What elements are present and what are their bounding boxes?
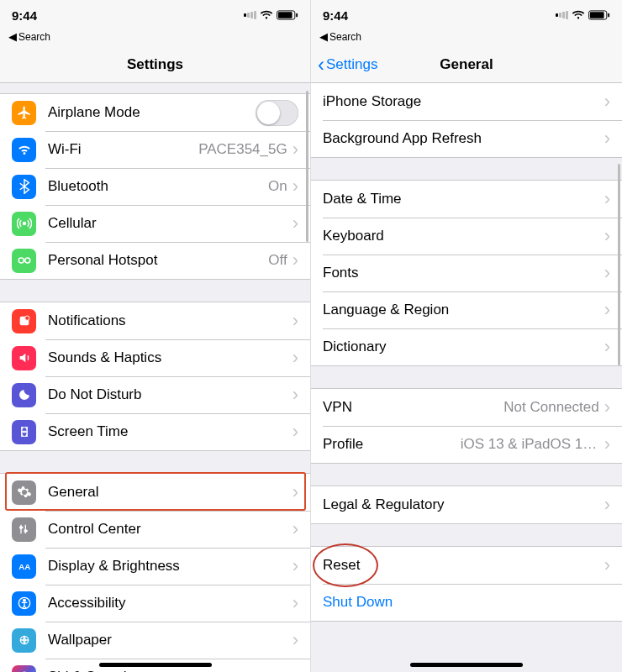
row-background-app-refresh[interactable]: Background App Refresh› (311, 120, 622, 157)
row-label: Dictionary (323, 339, 604, 355)
scrollbar[interactable] (306, 91, 308, 242)
row-label: Shut Down (323, 594, 610, 611)
row-value: iOS 13 & iPadOS 13 Beta Software Profile… (461, 436, 599, 453)
row-date-time[interactable]: Date & Time› (311, 181, 622, 218)
svg-rect-18 (590, 12, 604, 18)
chevron-right-icon: › (293, 177, 298, 196)
chevron-right-icon: › (604, 496, 610, 514)
status-bar: 9:44 (311, 0, 622, 30)
list-group: iPhone Storage›Background App Refresh› (311, 83, 622, 158)
row-personal-hotspot[interactable]: Personal HotspotOff› (0, 242, 310, 279)
back-search-label: Search (18, 31, 50, 43)
svg-point-12 (23, 599, 25, 601)
row-vpn[interactable]: VPNNot Connected› (311, 389, 622, 426)
row-shut-down[interactable]: Shut Down (311, 584, 622, 621)
list-group: Legal & Regulatory› (311, 486, 622, 524)
row-notifications[interactable]: Notifications› (0, 302, 310, 339)
row-label: Control Center (48, 521, 293, 538)
svg-rect-2 (296, 13, 298, 18)
chevron-right-icon: › (604, 264, 610, 282)
sounds-icon (12, 346, 36, 370)
chevron-right-icon: › (293, 594, 298, 612)
row-accessibility[interactable]: Accessibility› (0, 585, 310, 622)
chevron-right-icon: › (604, 129, 610, 148)
settings-list: Airplane ModeWi-FiPACE354_5G›BluetoothOn… (0, 93, 310, 672)
display-brightness-icon: AA (12, 554, 36, 579)
back-to-search[interactable]: ◀︎ Search (0, 30, 310, 46)
row-label: Do Not Disturb (48, 386, 293, 403)
row-screen-time[interactable]: Screen Time› (0, 413, 310, 450)
settings-screen: 9:44 ◀︎ Search Settings Airplane ModeWi-… (0, 0, 311, 672)
caret-left-icon: ◀︎ (319, 30, 328, 43)
row-label: iPhone Storage (323, 93, 604, 110)
row-value: PACE354_5G (198, 141, 287, 158)
chevron-right-icon: › (293, 214, 298, 233)
chevron-right-icon: › (293, 668, 298, 672)
back-button-label: Settings (326, 56, 377, 73)
toggle-switch[interactable] (256, 100, 298, 126)
row-iphone-storage[interactable]: iPhone Storage› (311, 83, 622, 120)
row-keyboard[interactable]: Keyboard› (311, 218, 622, 255)
chevron-right-icon: › (604, 190, 610, 208)
list-group: Date & Time›Keyboard›Fonts›Language & Re… (311, 180, 622, 366)
navbar-general: ‹ Settings General (311, 46, 622, 83)
row-display-brightness[interactable]: AADisplay & Brightness› (0, 548, 310, 585)
svg-point-9 (24, 530, 27, 533)
home-indicator[interactable] (99, 663, 212, 667)
scrollbar[interactable] (618, 164, 620, 365)
list-group: General›Control Center›AADisplay & Brigh… (0, 473, 310, 672)
accessibility-icon (12, 591, 36, 616)
row-fonts[interactable]: Fonts› (311, 255, 622, 291)
status-time: 9:44 (323, 8, 348, 23)
back-button[interactable]: ‹ Settings (318, 55, 377, 75)
siri-icon (12, 665, 36, 673)
chevron-right-icon: › (604, 301, 610, 319)
cellular-icon (12, 212, 36, 236)
chevron-right-icon: › (293, 423, 298, 441)
row-control-center[interactable]: Control Center› (0, 511, 310, 548)
row-do-not-disturb[interactable]: Do Not Disturb› (0, 376, 310, 413)
chevron-right-icon: › (293, 349, 298, 367)
row-label: Keyboard (323, 228, 604, 244)
chevron-right-icon: › (293, 140, 298, 159)
row-sounds-haptics[interactable]: Sounds & Haptics› (0, 339, 310, 376)
wifi-icon (12, 138, 36, 162)
list-group: Notifications›Sounds & Haptics›Do Not Di… (0, 302, 310, 451)
row-dictionary[interactable]: Dictionary› (311, 328, 622, 365)
back-to-search[interactable]: ◀︎ Search (311, 30, 622, 46)
row-label: General (48, 484, 293, 501)
general-list: iPhone Storage›Background App Refresh›Da… (311, 83, 622, 622)
row-label: Screen Time (48, 423, 293, 440)
home-indicator[interactable] (410, 663, 523, 667)
row-profile[interactable]: ProfileiOS 13 & iPadOS 13 Beta Software … (311, 426, 622, 463)
row-wallpaper[interactable]: Wallpaper› (0, 622, 310, 659)
wallpaper-icon (12, 628, 36, 653)
svg-point-5 (24, 258, 29, 263)
row-language-region[interactable]: Language & Region› (311, 291, 622, 328)
row-reset[interactable]: Reset› (311, 547, 622, 584)
list-group: Airplane ModeWi-FiPACE354_5G›BluetoothOn… (0, 93, 310, 280)
row-label: Accessibility (48, 595, 293, 612)
row-label: Legal & Regulatory (323, 496, 604, 513)
svg-point-4 (18, 258, 24, 263)
row-label: Siri & Search (48, 669, 293, 672)
row-general[interactable]: General› (0, 474, 310, 511)
row-legal-regulatory[interactable]: Legal & Regulatory› (311, 486, 622, 523)
chevron-right-icon: › (293, 557, 298, 575)
svg-point-7 (24, 316, 29, 320)
status-time: 9:44 (12, 8, 37, 23)
row-airplane-mode[interactable]: Airplane Mode (0, 94, 310, 131)
chevron-right-icon: › (293, 520, 298, 538)
row-wi-fi[interactable]: Wi-FiPACE354_5G› (0, 131, 310, 168)
row-label: Fonts (323, 265, 604, 281)
row-label: Background App Refresh (323, 130, 604, 147)
wifi-status-icon (572, 10, 585, 20)
row-label: Bluetooth (48, 178, 268, 195)
row-label: Reset (323, 557, 604, 574)
row-bluetooth[interactable]: BluetoothOn› (0, 168, 310, 205)
row-label: Sounds & Haptics (48, 349, 293, 366)
row-cellular[interactable]: Cellular› (0, 205, 310, 242)
chevron-right-icon: › (604, 398, 610, 417)
chevron-right-icon: › (604, 435, 610, 454)
row-value: Off (268, 252, 287, 269)
